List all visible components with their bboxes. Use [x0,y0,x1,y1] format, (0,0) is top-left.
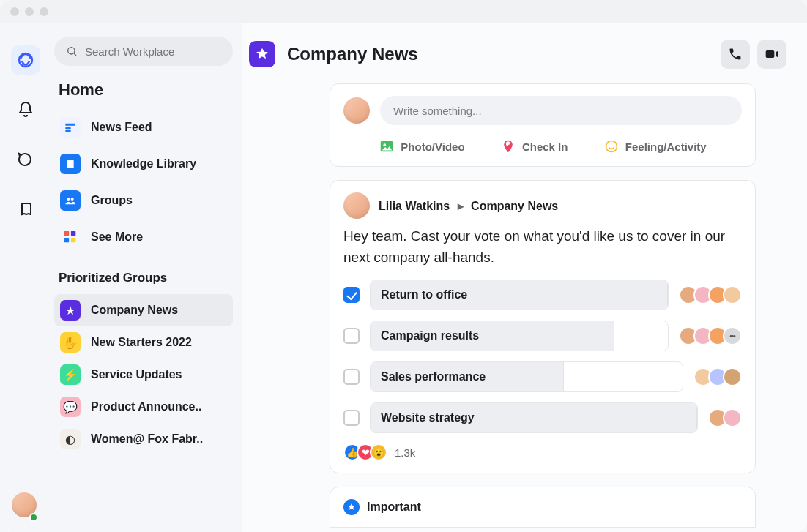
svg-rect-9 [64,238,69,242]
group-label: Company News [91,304,178,317]
post-header: Lilia Watkins ▸ Company News [343,192,742,219]
post-card: Lilia Watkins ▸ Company News Hey team. C… [330,180,756,473]
traffic-light-min[interactable] [25,7,34,16]
group-label: Product Announce.. [91,400,201,413]
nav-label: News Feed [91,121,152,134]
svg-point-12 [384,143,387,146]
important-card[interactable]: Important [330,487,756,528]
poll-checkbox[interactable] [343,369,360,385]
sidebar-group-item[interactable]: 💬Product Announce.. [54,391,233,423]
svg-rect-2 [65,124,75,126]
svg-rect-7 [64,231,69,236]
composer-action-label: Feeling/Activity [625,141,707,153]
poll-option-bar[interactable]: Website strategy [370,402,698,433]
group-icon: 💬 [60,397,81,417]
traffic-light-close[interactable] [10,7,19,16]
rail-chat-icon[interactable] [11,145,40,174]
presence-dot-icon [29,513,38,522]
nav-rail [0,23,51,532]
sidebar: Home News Feed Knowledge Library Groups [51,23,242,532]
traffic-light-max[interactable] [40,7,48,16]
voter-avatar[interactable] [723,408,742,427]
group-logo-icon [249,41,275,67]
group-icon: ★ [60,300,81,321]
sidebar-group-item[interactable]: ⚡Service Updates [54,359,233,391]
poll-option-label: Campaign results [371,329,479,342]
page-title: Company News [287,44,418,64]
voice-call-button[interactable] [721,40,750,69]
reaction-count: 1.3k [395,446,415,459]
svg-point-5 [67,198,70,201]
rail-library-icon[interactable] [11,195,40,224]
video-icon [765,47,779,61]
sidebar-group-item[interactable]: ◐Women@ Fox Fabr.. [54,423,233,455]
svg-point-6 [71,198,74,201]
sidebar-group-item[interactable]: ★Company News [54,294,233,326]
reactions-row[interactable]: 👍 ❤ 😮 1.3k [343,443,742,461]
photo-icon [379,138,395,154]
voter-avatar[interactable] [723,367,742,386]
apps-grid-icon [60,227,81,247]
rail-workplace-icon[interactable] [11,45,40,75]
smiley-icon [603,138,620,154]
video-call-button[interactable] [757,40,786,69]
poll-option-row: Website strategy [343,402,742,433]
main-content: Company News Write something... [242,23,807,532]
poll-checkbox[interactable] [343,287,360,303]
composer-action-label: Check In [522,141,568,153]
post-author-name[interactable]: Lilia Watkins [379,200,450,212]
search-input-wrapper[interactable] [54,37,233,66]
composer-action-label: Photo/Video [401,141,464,153]
feed: Write something... Photo/Video [242,76,807,532]
news-feed-icon [60,117,81,138]
app-window: Home News Feed Knowledge Library Groups [0,0,807,532]
poll-option-bar[interactable]: Sales performance [370,361,683,392]
poll-option-label: Return to office [371,288,467,301]
post-body-text: Hey team. Cast your vote on what you'd l… [343,226,742,268]
poll-voters [693,367,742,386]
reaction-icons: 👍 ❤ 😮 [343,443,387,461]
rail-notifications-icon[interactable] [11,95,40,124]
current-user-avatar[interactable] [12,492,37,520]
voter-avatar[interactable] [723,285,742,304]
poll-option-bar[interactable]: Return to office [370,280,669,310]
composer-input[interactable]: Write something... [380,96,742,125]
composer-placeholder: Write something... [393,105,482,117]
important-star-icon [343,499,360,515]
nav-label: Groups [91,194,133,207]
nav-label: Knowledge Library [91,157,196,171]
sidebar-home-title: Home [59,80,228,100]
svg-rect-4 [65,130,71,132]
svg-rect-8 [71,231,75,236]
composer-photo-button[interactable]: Photo/Video [379,138,464,154]
composer-feeling-button[interactable]: Feeling/Activity [603,138,707,154]
triangle-right-icon: ▸ [458,200,464,212]
poll-checkbox[interactable] [343,328,360,344]
nav-see-more[interactable]: See More [54,221,233,253]
nav-news-feed[interactable]: News Feed [54,111,233,143]
nav-groups[interactable]: Groups [54,184,233,217]
composer-avatar[interactable] [343,97,370,124]
svg-point-13 [606,141,617,152]
page-header: Company News [242,23,807,76]
post-author-avatar[interactable] [343,192,370,219]
search-icon [66,45,78,57]
group-label: Service Updates [91,368,182,381]
poll-option-row: Return to office [343,280,742,310]
sidebar-group-item[interactable]: ✋New Starters 2022 [54,326,233,359]
nav-knowledge-library[interactable]: Knowledge Library [54,148,233,180]
composer-checkin-button[interactable]: Check In [500,138,568,154]
app-shell: Home News Feed Knowledge Library Groups [0,23,807,532]
wow-reaction-icon: 😮 [370,443,387,461]
svg-rect-10 [71,238,75,242]
poll-option-bar[interactable]: Campaign results [370,321,669,351]
poll-option-label: Sales performance [371,370,486,383]
phone-icon [728,47,743,61]
group-label: Women@ Fox Fabr.. [91,432,203,446]
voter-avatar[interactable]: ••• [723,326,742,345]
post-group-name[interactable]: Company News [471,200,558,212]
poll-voters [679,285,742,304]
group-label: New Starters 2022 [91,336,192,349]
search-input[interactable] [85,45,221,58]
poll-checkbox[interactable] [343,410,360,426]
